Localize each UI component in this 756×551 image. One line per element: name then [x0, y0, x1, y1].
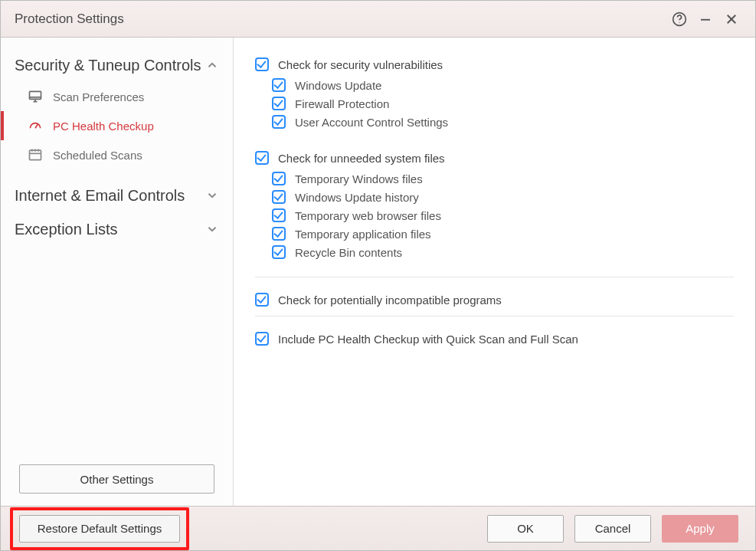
- checkbox-label: Check for unneeded system files: [278, 152, 445, 165]
- checkbox-row: Temporary web browser files: [255, 206, 734, 225]
- minimize-icon: [699, 12, 712, 26]
- body: Security & Tuneup Controls Scan Preferen…: [1, 38, 755, 506]
- restore-defaults-button[interactable]: Restore Default Settings: [19, 515, 180, 543]
- sidebar-section-title: Internet & Email Controls: [15, 186, 205, 205]
- checkbox-row: Recycle Bin contents: [255, 243, 734, 261]
- gauge-icon: [25, 117, 45, 134]
- checkbox-temp-windows-files[interactable]: [272, 172, 286, 185]
- divider: [255, 277, 734, 277]
- sidebar-section-title: Security & Tuneup Controls: [15, 56, 205, 74]
- checkbox-security-vulnerabilities[interactable]: [255, 57, 269, 71]
- titlebar: Protection Settings: [1, 1, 755, 38]
- sidebar-item-label: Scheduled Scans: [53, 149, 142, 162]
- sidebar-section-exception-lists[interactable]: Exception Lists: [1, 212, 233, 246]
- ok-button[interactable]: OK: [487, 515, 564, 543]
- checkbox-label: Windows Update history: [295, 191, 419, 204]
- checkbox-label: Temporary Windows files: [295, 172, 423, 185]
- group-security-vulnerabilities: Check for security vulnerabilities Windo…: [255, 53, 734, 140]
- checkbox-label: Check for potentially incompatible progr…: [278, 294, 502, 307]
- checkbox-row: Check for potentially incompatible progr…: [255, 288, 734, 311]
- checkbox-recycle-bin[interactable]: [272, 245, 286, 259]
- monitor-icon: [25, 88, 45, 105]
- main-panel: Check for security vulnerabilities Windo…: [234, 38, 755, 506]
- sidebar-section-internet-email[interactable]: Internet & Email Controls: [1, 179, 233, 212]
- checkbox-row: Include PC Health Checkup with Quick Sca…: [255, 327, 734, 350]
- apply-button[interactable]: Apply: [662, 515, 738, 543]
- checkbox-windows-update-history[interactable]: [272, 190, 286, 204]
- checkbox-temp-browser-files[interactable]: [272, 208, 286, 222]
- sidebar-item-label: Scan Preferences: [53, 90, 144, 103]
- sidebar: Security & Tuneup Controls Scan Preferen…: [1, 38, 234, 506]
- group-unneeded-files: Check for unneeded system files Temporar…: [255, 146, 734, 271]
- checkbox-row: Windows Update history: [255, 188, 734, 206]
- footer: Restore Default Settings OK Cancel Apply: [1, 506, 755, 550]
- checkbox-label: Check for security vulnerabilities: [278, 58, 443, 71]
- checkbox-row: Firewall Protection: [255, 94, 734, 113]
- other-settings-button[interactable]: Other Settings: [19, 464, 214, 494]
- checkbox-label: User Account Control Settings: [295, 116, 448, 129]
- checkbox-label: Include PC Health Checkup with Quick Sca…: [278, 333, 578, 346]
- checkbox-label: Recycle Bin contents: [295, 246, 402, 259]
- sidebar-item-label: PC Health Checkup: [53, 120, 154, 133]
- close-icon: [725, 12, 738, 26]
- sidebar-section-security-tuneup[interactable]: Security & Tuneup Controls: [1, 48, 233, 82]
- help-button[interactable]: [666, 6, 692, 32]
- checkbox-firewall-protection[interactable]: [272, 97, 286, 110]
- sidebar-item-scan-preferences[interactable]: Scan Preferences: [1, 82, 233, 111]
- checkbox-label: Temporary application files: [295, 228, 431, 241]
- help-icon: [672, 11, 687, 27]
- divider: [255, 316, 734, 316]
- chevron-down-icon: [205, 189, 219, 202]
- sidebar-section-title: Exception Lists: [15, 220, 205, 238]
- checkbox-row: Check for security vulnerabilities: [255, 53, 734, 76]
- chevron-down-icon: [205, 222, 219, 236]
- calendar-icon: [25, 146, 45, 163]
- checkbox-label: Firewall Protection: [295, 97, 389, 110]
- checkbox-uac-settings[interactable]: [272, 115, 286, 129]
- checkbox-include-health-checkup[interactable]: [255, 332, 269, 346]
- cancel-button[interactable]: Cancel: [574, 515, 651, 543]
- sidebar-item-scheduled-scans[interactable]: Scheduled Scans: [1, 140, 233, 169]
- chevron-up-icon: [205, 58, 219, 72]
- checkbox-windows-update[interactable]: [272, 78, 286, 92]
- restore-defaults-highlight: Restore Default Settings: [10, 507, 189, 550]
- window: Protection Settings Security & Tuneup Co…: [0, 0, 756, 551]
- checkbox-row: Check for unneeded system files: [255, 146, 734, 169]
- checkbox-row: User Account Control Settings: [255, 113, 734, 131]
- window-title: Protection Settings: [15, 11, 124, 27]
- checkbox-unneeded-files[interactable]: [255, 151, 269, 165]
- checkbox-temp-app-files[interactable]: [272, 227, 286, 241]
- close-button[interactable]: [718, 6, 745, 32]
- minimize-button[interactable]: [692, 6, 718, 32]
- checkbox-row: Windows Update: [255, 76, 734, 94]
- checkbox-label: Windows Update: [295, 79, 381, 92]
- svg-line-9: [35, 124, 38, 128]
- svg-rect-10: [30, 150, 41, 160]
- checkbox-row: Temporary Windows files: [255, 169, 734, 188]
- svg-rect-5: [30, 91, 41, 99]
- checkbox-incompatible-programs[interactable]: [255, 293, 269, 307]
- checkbox-label: Temporary web browser files: [295, 209, 441, 222]
- checkbox-row: Temporary application files: [255, 225, 734, 243]
- sidebar-item-pc-health-checkup[interactable]: PC Health Checkup: [1, 111, 233, 140]
- svg-point-1: [679, 21, 679, 22]
